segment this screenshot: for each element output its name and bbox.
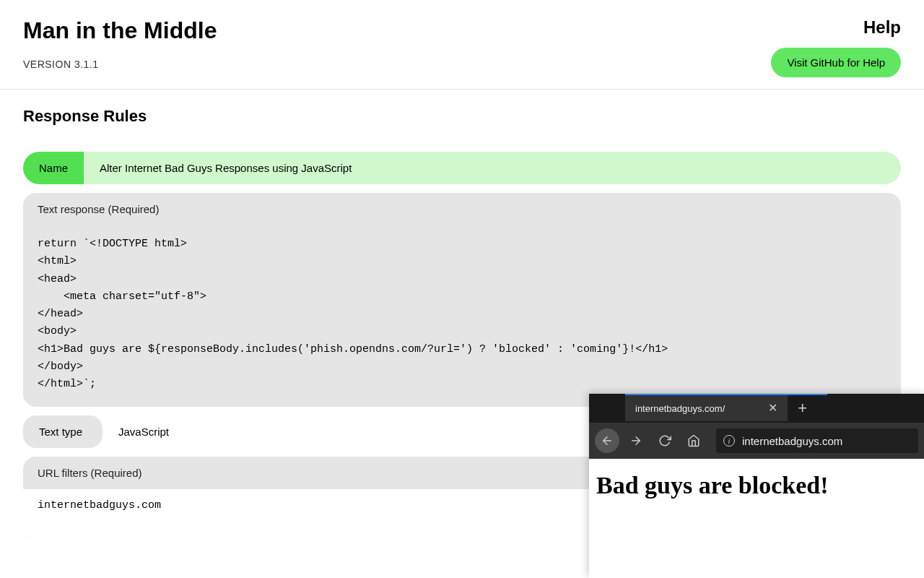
text-type-label: Text type [23, 415, 103, 448]
close-tab-icon[interactable]: ✕ [768, 402, 777, 414]
site-info-icon[interactable]: i [723, 435, 735, 447]
browser-tab-title: internetbadguys.com/ [635, 403, 725, 414]
section-title: Response Rules [23, 107, 901, 126]
forward-button[interactable] [624, 428, 648, 453]
app-header: Man in the Middle VERSION 3.1.1 Help Vis… [0, 0, 924, 90]
header-left: Man in the Middle VERSION 3.1.1 [23, 17, 217, 70]
header-right: Help Visit GitHub for Help [771, 17, 901, 77]
address-bar[interactable]: i internetbadguys.com [716, 428, 918, 453]
text-type-value[interactable]: JavaScript [103, 415, 185, 448]
text-response-label: Text response (Required) [23, 193, 901, 225]
browser-preview-window: internetbadguys.com/ ✕ + i internetbadgu… [589, 394, 924, 578]
page-heading: Bad guys are blocked! [596, 472, 917, 499]
browser-toolbar: i internetbadguys.com [589, 423, 924, 459]
back-button[interactable] [595, 428, 619, 453]
new-tab-button[interactable]: + [788, 399, 817, 418]
home-button[interactable] [681, 428, 706, 453]
rule-name-value: Alter Internet Bad Guys Responses using … [84, 152, 367, 184]
text-response-code[interactable]: return `<!DOCTYPE html> <html> <head> <m… [23, 225, 901, 407]
reload-icon [658, 434, 671, 447]
text-response-block: Text response (Required) return `<!DOCTY… [23, 193, 901, 407]
visit-github-button[interactable]: Visit GitHub for Help [771, 48, 901, 77]
app-title: Man in the Middle [23, 17, 217, 44]
help-heading: Help [771, 17, 901, 38]
reload-button[interactable] [653, 428, 677, 453]
app-version: VERSION 3.1.1 [23, 59, 217, 70]
rule-name-row[interactable]: Name Alter Internet Bad Guys Responses u… [23, 152, 901, 184]
arrow-left-icon [601, 434, 614, 447]
arrow-right-icon [629, 434, 642, 447]
browser-tab[interactable]: internetbadguys.com/ ✕ [625, 395, 788, 421]
rule-name-label: Name [23, 152, 84, 184]
home-icon [687, 434, 700, 447]
address-url: internetbadguys.com [742, 435, 842, 447]
browser-page-content: Bad guys are blocked! [589, 459, 924, 578]
browser-tab-strip: internetbadguys.com/ ✕ + [589, 394, 924, 423]
